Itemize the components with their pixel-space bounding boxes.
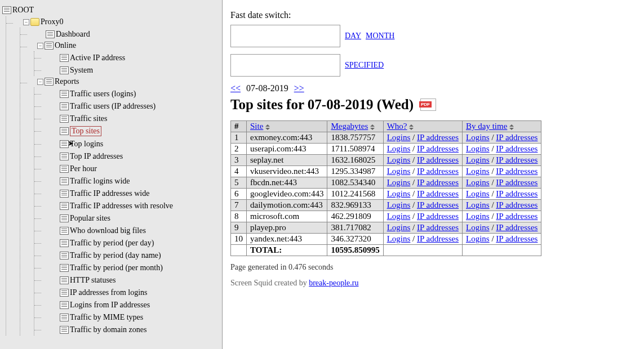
pdf-icon[interactable] xyxy=(420,99,436,111)
logins-link[interactable]: Logins xyxy=(387,234,411,243)
tree-report-item[interactable]: HTTP statuses xyxy=(51,275,116,286)
ip-addresses-link[interactable]: IP addresses xyxy=(417,234,459,243)
col-site-link[interactable]: Site xyxy=(250,122,263,131)
ip-addresses-link[interactable]: IP addresses xyxy=(417,189,459,198)
tree-report-item-label: Traffic by period (per day) xyxy=(70,239,154,248)
page-icon xyxy=(60,54,69,62)
logins-link[interactable]: Logins xyxy=(466,178,490,187)
date-input-2[interactable] xyxy=(230,54,340,77)
tree-active-ip[interactable]: Active IP address xyxy=(51,52,125,64)
tree-root[interactable]: ROOT xyxy=(2,5,34,16)
sort-icon xyxy=(265,124,271,130)
tree-dashboard[interactable]: Dashboard xyxy=(37,29,90,40)
tree-report-item[interactable]: Traffic by domain zones xyxy=(51,324,146,335)
page-icon xyxy=(60,140,69,148)
month-link[interactable]: MONTH xyxy=(366,32,394,41)
col-bdt-link[interactable]: By day time xyxy=(466,122,507,131)
ip-addresses-link[interactable]: IP addresses xyxy=(496,178,538,187)
logins-link[interactable]: Logins xyxy=(466,200,490,209)
tree-report-item[interactable]: Traffic by MIME types xyxy=(51,312,143,323)
logins-link[interactable]: Logins xyxy=(466,223,490,232)
col-num[interactable]: # xyxy=(231,121,247,132)
tree-proxy[interactable]: Proxy0 xyxy=(30,16,63,28)
logins-link[interactable]: Logins xyxy=(466,189,490,198)
logins-link[interactable]: Logins xyxy=(387,155,411,164)
cell-mb: 832.969133 xyxy=(327,200,383,211)
logins-link[interactable]: Logins xyxy=(466,167,490,176)
logins-link[interactable]: Logins xyxy=(387,223,411,232)
logins-link[interactable]: Logins xyxy=(466,155,490,164)
col-site[interactable]: Site xyxy=(247,121,327,132)
tree-report-item[interactable]: Traffic by period (per month) xyxy=(51,262,163,274)
footer-credit: Screen Squid created by break-people.ru xyxy=(230,279,636,288)
date-next-link[interactable]: >> xyxy=(294,83,304,93)
ip-addresses-link[interactable]: IP addresses xyxy=(496,144,538,153)
logins-link[interactable]: Logins xyxy=(387,200,411,209)
tree-report-item[interactable]: Traffic logins wide xyxy=(51,176,130,187)
ip-addresses-link[interactable]: IP addresses xyxy=(496,133,538,142)
ip-addresses-link[interactable]: IP addresses xyxy=(496,155,538,164)
tree-report-item[interactable]: Who download big files xyxy=(51,225,146,236)
ip-addresses-link[interactable]: IP addresses xyxy=(496,212,538,221)
logins-link[interactable]: Logins xyxy=(387,133,411,142)
logins-link[interactable]: Logins xyxy=(387,212,411,221)
tree-report-item[interactable]: Top IP addresses xyxy=(51,151,123,162)
tree-report-item[interactable]: Traffic sites xyxy=(51,113,108,124)
col-who[interactable]: Who? xyxy=(383,121,462,132)
ip-addresses-link[interactable]: IP addresses xyxy=(417,178,459,187)
page-icon xyxy=(60,326,69,334)
tree-system[interactable]: System xyxy=(51,65,93,76)
tree-report-item[interactable]: Traffic IP addresses with resolve xyxy=(51,200,173,212)
ip-addresses-link[interactable]: IP addresses xyxy=(417,144,459,153)
date-prev-link[interactable]: << xyxy=(230,83,241,93)
tree-report-item[interactable]: Traffic users (IP addresses) xyxy=(51,101,156,112)
logins-link[interactable]: Logins xyxy=(387,144,411,153)
ip-addresses-link[interactable]: IP addresses xyxy=(496,200,538,209)
tree-reports[interactable]: Reports xyxy=(45,76,79,87)
ip-addresses-link[interactable]: IP addresses xyxy=(417,223,459,232)
logins-link[interactable]: Logins xyxy=(387,178,411,187)
logins-link[interactable]: Logins xyxy=(466,133,490,142)
tree-report-item[interactable]: Traffic IP addresses wide xyxy=(51,188,149,199)
ip-addresses-link[interactable]: IP addresses xyxy=(496,189,538,198)
logins-link[interactable]: Logins xyxy=(466,234,490,243)
tree-report-item[interactable]: IP addresses from logins xyxy=(51,287,148,298)
cell-site: userapi.com:443 xyxy=(247,144,327,155)
credit-link[interactable]: break-people.ru xyxy=(309,279,358,287)
cell-who: Logins / IP addresses xyxy=(383,144,462,155)
ip-addresses-link[interactable]: IP addresses xyxy=(417,200,459,209)
specified-link[interactable]: SPECIFIED xyxy=(345,61,384,70)
logins-link[interactable]: Logins xyxy=(387,189,411,198)
collapse-toggle[interactable]: − xyxy=(37,79,43,85)
collapse-toggle[interactable]: − xyxy=(23,19,29,25)
cell-who: Logins / IP addresses xyxy=(383,155,462,166)
date-input-1[interactable] xyxy=(230,25,340,47)
tree-report-item-label: Traffic users (logins) xyxy=(70,90,136,99)
ip-addresses-link[interactable]: IP addresses xyxy=(496,223,538,232)
col-mb[interactable]: Megabytes xyxy=(327,121,383,132)
tree-report-item[interactable]: Logins from IP addresses xyxy=(51,299,150,311)
tree-report-item[interactable]: Per hour xyxy=(51,163,97,174)
col-bdt[interactable]: By day time xyxy=(463,121,541,132)
col-mb-link[interactable]: Megabytes xyxy=(331,122,368,131)
tree-report-item[interactable]: Traffic users (logins) xyxy=(51,88,136,100)
tree-report-item[interactable]: Traffic by period (per day) xyxy=(51,238,154,249)
logins-link[interactable]: Logins xyxy=(387,167,411,176)
ip-addresses-link[interactable]: IP addresses xyxy=(417,155,459,164)
logins-link[interactable]: Logins xyxy=(466,212,490,221)
ip-addresses-link[interactable]: IP addresses xyxy=(417,212,459,221)
ip-addresses-link[interactable]: IP addresses xyxy=(417,133,459,142)
tree-online[interactable]: Online xyxy=(45,40,76,51)
logins-link[interactable]: Logins xyxy=(466,144,490,153)
ip-addresses-link[interactable]: IP addresses xyxy=(496,167,538,176)
day-link[interactable]: DAY xyxy=(345,32,361,41)
tree-report-item[interactable]: Popular sites xyxy=(51,213,110,224)
ip-addresses-link[interactable]: IP addresses xyxy=(417,167,459,176)
tree-report-item[interactable]: Top sites xyxy=(51,125,101,137)
ip-addresses-link[interactable]: IP addresses xyxy=(496,234,538,243)
tree-report-item[interactable]: Top logins xyxy=(51,138,103,150)
tree-report-item[interactable]: Traffic by period (day name) xyxy=(51,250,161,261)
collapse-toggle[interactable]: − xyxy=(37,43,43,49)
table-row: 2userapi.com:4431711.508974Logins / IP a… xyxy=(231,144,541,155)
col-who-link[interactable]: Who? xyxy=(387,122,407,131)
